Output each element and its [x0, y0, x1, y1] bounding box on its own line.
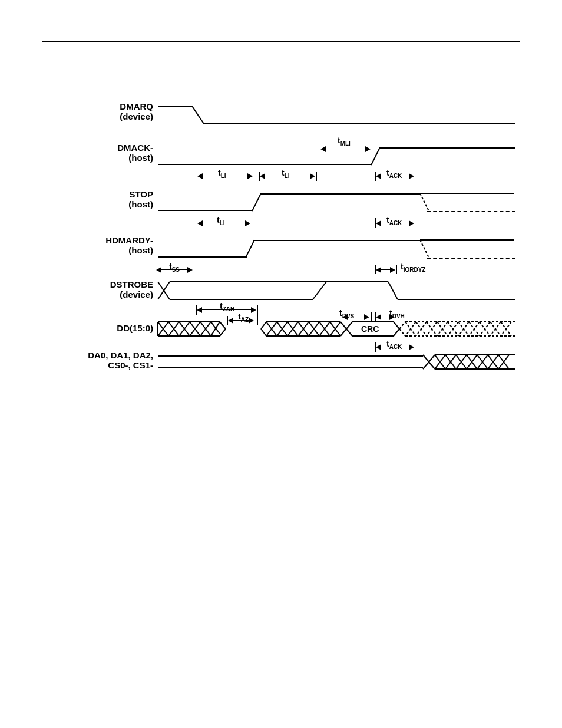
signal-name: DD(15:0)	[117, 323, 153, 333]
svg-line-53	[340, 329, 346, 336]
svg-line-35	[261, 329, 266, 336]
hdmardy-low-dashed	[427, 258, 515, 259]
signal-label-dd: DD(15:0)	[68, 323, 153, 333]
bottom-divider	[42, 696, 520, 696]
svg-line-54	[346, 322, 352, 329]
signal-source: (device)	[120, 111, 153, 121]
label-tli1: tLI	[218, 168, 226, 177]
hdmardy-rise	[246, 240, 254, 258]
label-crc: CRC	[361, 324, 379, 334]
svg-line-33	[220, 329, 226, 336]
tick-tli3-r	[252, 218, 252, 228]
signal-label-stop: STOP (host)	[68, 189, 153, 210]
signal-label-dmack: DMACK- (host)	[68, 143, 153, 163]
svg-line-12	[313, 282, 326, 299]
dmarq-high	[158, 106, 192, 107]
signal-label-dstrobe: DSTROBE (device)	[68, 279, 153, 300]
svg-line-15	[388, 282, 398, 299]
signal-name: DMARQ	[120, 101, 153, 111]
arrow-tmli-left	[320, 146, 326, 152]
arrow-tli3-l	[197, 220, 203, 226]
svg-line-83	[501, 322, 511, 336]
dmarq-low	[203, 123, 515, 124]
signal-source: (host)	[128, 199, 153, 209]
arrow-tiordyz-l	[376, 267, 381, 273]
svg-line-65	[405, 322, 416, 336]
svg-line-2	[252, 193, 261, 211]
addr-hatch	[423, 355, 515, 369]
svg-line-5	[246, 240, 254, 258]
arrow-tdvs-r	[364, 314, 369, 320]
svg-line-71	[437, 322, 448, 336]
svg-line-0	[192, 106, 204, 124]
arrow-tmli-right	[365, 146, 371, 152]
arrow-tli3-r	[245, 220, 250, 226]
signal-source: CS0-, CS1-	[108, 360, 153, 370]
label-tzah: tZAH	[220, 301, 234, 311]
tmli-line	[326, 149, 369, 149]
svg-line-86	[429, 355, 435, 362]
label-tdvh: tDVH	[389, 308, 405, 318]
svg-line-55	[346, 329, 352, 336]
arrow-tzah-l	[197, 307, 202, 313]
tick-tdvs-r	[371, 312, 372, 322]
svg-line-77	[469, 322, 480, 336]
addr-bot	[158, 367, 423, 368]
tli3-line	[203, 223, 249, 223]
tick-tli1-r	[254, 172, 254, 181]
timing-diagram: DMARQ (device) DMACK- (host) tMLI STOP (…	[0, 100, 518, 377]
svg-line-73	[448, 322, 458, 336]
label-tss: tSS	[169, 262, 180, 271]
stop-high-solid	[260, 193, 420, 195]
top-divider	[42, 41, 520, 42]
signal-source: (host)	[128, 245, 153, 255]
tli1-line	[203, 176, 251, 176]
signal-source: (host)	[128, 153, 153, 163]
stop-fall	[420, 193, 429, 211]
arrow-tli2-r	[310, 173, 315, 179]
tick-tmli-right	[372, 144, 372, 154]
svg-line-60	[399, 322, 405, 329]
arrow-tack1-r	[409, 173, 414, 179]
arrow-tzah-r	[251, 307, 256, 313]
signal-label-addr: DA0, DA1, DA2, CS0-, CS1-	[68, 350, 153, 371]
stop-low	[158, 210, 253, 211]
svg-line-61	[399, 329, 405, 336]
svg-line-6	[420, 240, 429, 258]
arrow-tack2-l	[376, 220, 381, 226]
tick-tiordyz-r	[396, 265, 397, 274]
label-tmli: tMLI	[338, 136, 351, 145]
arrow-tack1-l	[376, 173, 381, 179]
svg-line-59	[394, 329, 399, 336]
addr-top	[158, 355, 423, 357]
tick-tli2-r	[316, 172, 317, 181]
hdmardy-high-solid	[253, 240, 420, 241]
signal-name: STOP	[129, 189, 153, 199]
dstrobe-waveform	[158, 282, 515, 299]
label-tiordyz: tIORDYZ	[401, 262, 425, 271]
signal-label-hdmardy: HDMARDY- (host)	[68, 235, 153, 256]
signal-name: DMACK-	[117, 143, 153, 153]
svg-line-67	[416, 322, 427, 336]
arrow-tli1-l	[197, 173, 203, 179]
label-tack2: tACK	[386, 215, 402, 225]
svg-line-79	[480, 322, 490, 336]
dd-bus	[158, 322, 515, 336]
svg-line-34	[261, 322, 266, 329]
svg-line-85	[423, 362, 429, 369]
signal-name: DSTROBE	[110, 279, 153, 289]
svg-line-69	[427, 322, 437, 336]
label-tli3: tLI	[217, 215, 225, 225]
arrow-tack3-l	[376, 344, 381, 350]
stop-low-dashed	[427, 211, 515, 212]
label-tack1: tACK	[386, 168, 402, 177]
label-tack3: tACK	[386, 339, 402, 348]
dmack-low	[158, 164, 371, 165]
signal-name: DA0, DA1, DA2,	[88, 350, 153, 360]
stop-rise	[252, 193, 261, 211]
svg-line-84	[423, 355, 429, 362]
svg-line-3	[420, 193, 429, 211]
tick-tss-r	[194, 265, 194, 274]
svg-line-58	[394, 322, 399, 329]
hdmardy-low	[158, 256, 247, 258]
